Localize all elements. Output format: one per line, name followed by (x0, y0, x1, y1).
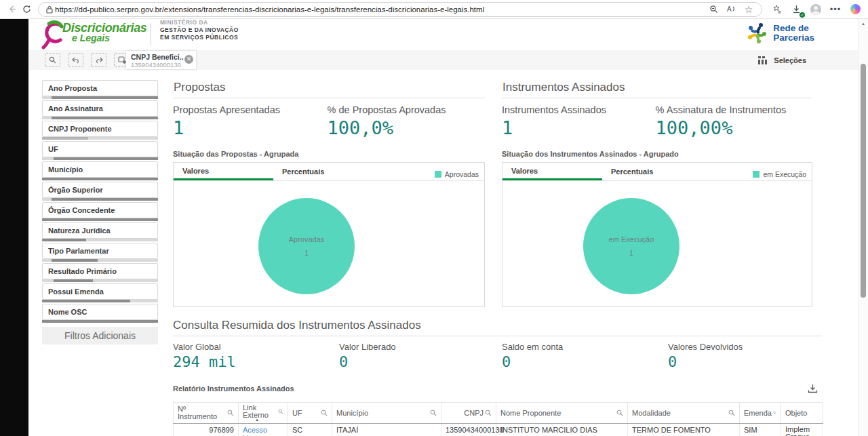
column-search-icon[interactable] (773, 410, 776, 416)
tab-percentuais[interactable]: Percentuais (273, 163, 373, 180)
cell-modalidade[interactable]: TERMO DE FOMENTO (628, 424, 740, 436)
column-search-icon[interactable] (278, 408, 283, 415)
column-header-objeto[interactable]: Objeto (781, 403, 823, 424)
tab-valores[interactable]: Valores (174, 163, 273, 180)
chip-close-icon[interactable]: ✕ (184, 55, 193, 64)
cell-municipio[interactable]: ITAJAÍ (332, 424, 441, 436)
tab-percentuais[interactable]: Percentuais (602, 163, 702, 180)
cell-cnpj[interactable]: 13590434000130 (441, 424, 496, 436)
selections-button[interactable]: Seleções (758, 50, 806, 70)
filter-orgao-superior[interactable]: Órgão Superior (42, 182, 158, 198)
pie-slice-aprovadas[interactable]: Aprovadas 1 (258, 198, 355, 294)
zoom-out-icon[interactable] (706, 2, 721, 17)
kpi-saldo-em-conta[interactable]: Saldo em conta 0 (502, 342, 668, 370)
download-complete-badge: ✓ (800, 12, 805, 18)
kpi-valores-devolvidos[interactable]: Valores Devolvidos 0 (668, 342, 810, 370)
step-forward-icon[interactable] (91, 53, 106, 67)
url-text[interactable]: https://dd-publico.serpro.gov.br/extensi… (55, 5, 701, 14)
column-header-cnpj[interactable]: CNPJ (441, 403, 496, 424)
consulta-section-title: Consulta Resumida dos Instrumentos Assin… (173, 319, 822, 336)
filter-natureza-juridica[interactable]: Natureza Jurídica (42, 222, 158, 239)
page-scrollbar[interactable]: ▲ (858, 19, 868, 436)
column-header-link-externo[interactable]: Link Externo ▲ (239, 403, 288, 424)
scrollbar-up-arrow[interactable]: ▲ (861, 22, 865, 26)
header-divider (151, 23, 151, 45)
kpi-propostas-apresentadas[interactable]: Propostas Apresentadas 1 (173, 104, 328, 138)
kpi-instrumentos-assinados[interactable]: Instrumentos Assinados 1 (502, 104, 656, 138)
column-header-uf[interactable]: UF (288, 403, 332, 424)
filter-uf[interactable]: UF (42, 141, 158, 157)
discricionarias-logo: Discricionárias e Legais (39, 20, 147, 49)
tab-valores[interactable]: Valores (502, 163, 602, 180)
column-header-nome-proponente[interactable]: Nome Proponente (496, 403, 628, 424)
collections-icon[interactable] (769, 2, 784, 17)
column-search-icon[interactable] (616, 410, 623, 416)
filter-cnpj-proponente[interactable]: CNPJ Proponente (42, 121, 158, 137)
column-search-icon[interactable] (485, 410, 492, 416)
legend-color-swatch (753, 171, 760, 178)
column-search-icon[interactable] (728, 410, 735, 416)
profile-avatar[interactable] (808, 2, 823, 17)
refresh-icon[interactable] (19, 2, 34, 17)
filter-resultado-primario[interactable]: Resultado Primário (42, 263, 158, 279)
filter-tipo-parlamentar[interactable]: Tipo Parlamentar (42, 243, 158, 259)
scrollbar-thumb[interactable] (861, 64, 866, 298)
site-lock-icon[interactable] (44, 2, 55, 17)
report-table-title: Relatório Instrumentos Assinados (173, 384, 294, 393)
selection-chip-label: CNPJ Benefici... (131, 53, 184, 61)
column-search-icon[interactable] (227, 410, 234, 416)
filter-nome-osc[interactable]: Nome OSC (42, 304, 158, 320)
rede-de-parcerias-logo: Rede de Parcerias (744, 20, 814, 46)
column-header-emenda[interactable]: Emenda (740, 403, 781, 424)
filter-ano-assinatura[interactable]: Ano Assinatura (42, 100, 158, 117)
kpi-valor-liberado[interactable]: Valor Liberado 0 (339, 342, 502, 370)
column-header-municipio[interactable]: Município (332, 403, 441, 424)
app-header: Discricionárias e Legais MINISTÉRIO DA G… (28, 19, 858, 50)
filter-orgao-concedente[interactable]: Órgão Concedente (42, 202, 158, 218)
cell-n-instrumento[interactable]: 976899 (174, 424, 239, 436)
filter-municipio[interactable]: Município (42, 161, 158, 178)
address-bar[interactable]: https://dd-publico.serpro.gov.br/extensi… (38, 2, 762, 17)
table-row: 976899 Acesso Livre SC ITAJAÍ 1359043400… (174, 424, 823, 436)
cell-uf[interactable]: SC (288, 424, 332, 436)
propostas-section-title: Propostas (173, 70, 485, 98)
legend-item-aprovadas[interactable]: Aprovadas (435, 170, 479, 178)
kpi-pct-propostas-aprovadas[interactable]: % de Propostas Aprovadas 100,0% (328, 104, 485, 138)
filter-label: Nome OSC (48, 308, 87, 316)
report-table: Nº Instrumento Link Externo ▲ UF (173, 402, 823, 436)
filter-label: Órgão Concedente (48, 206, 115, 214)
more-options-icon[interactable]: ••• (828, 2, 843, 17)
cell-objeto[interactable]: Implem Craque (781, 424, 823, 436)
downloads-icon[interactable]: ✓ (789, 2, 804, 17)
filter-possui-emenda[interactable]: Possui Emenda (42, 283, 158, 300)
cell-nome-proponente[interactable]: INSTITUTO MARCILIO DIAS (496, 424, 628, 436)
column-header-modalidade[interactable]: Modalidade (628, 403, 740, 424)
column-search-icon[interactable] (430, 410, 437, 416)
back-icon[interactable] (4, 2, 19, 17)
left-black-panel (0, 19, 28, 436)
filter-label: CNPJ Proponente (48, 125, 112, 133)
cell-link-externo[interactable]: Acesso Livre (239, 424, 288, 436)
selections-button-label: Seleções (774, 56, 806, 64)
column-header-n-instrumento[interactable]: Nº Instrumento (174, 403, 239, 424)
column-search-icon[interactable] (321, 410, 328, 416)
step-back-icon[interactable] (68, 53, 83, 67)
consulta-kpi-row: Valor Global 294 mil Valor Liberado 0 Sa… (173, 336, 822, 370)
cell-emenda[interactable]: SIM (740, 424, 781, 436)
filter-label: Ano Assinatura (48, 104, 103, 113)
kpi-valor-global[interactable]: Valor Global 294 mil (173, 342, 339, 370)
smart-search-icon[interactable] (45, 53, 60, 67)
favorites-star-icon[interactable]: ☆ (741, 2, 756, 17)
filter-scroll-indicator (42, 300, 158, 302)
export-download-icon[interactable] (808, 384, 818, 393)
filter-ano-proposta[interactable]: Ano Proposta (42, 80, 158, 96)
copilot-icon[interactable] (848, 2, 863, 17)
selection-chip-cnpj[interactable]: CNPJ Benefici... 13590434000130 ✕ (126, 51, 196, 69)
propostas-chart-title: Situação das Propostas - Agrupada (173, 150, 485, 158)
pie-slice-em-execucao[interactable]: em Execução 1 (583, 198, 679, 294)
additional-filters-button[interactable]: Filtros Adicionais (42, 327, 158, 344)
legend-item-em-execucao[interactable]: em Execução (753, 170, 806, 178)
read-aloud-icon[interactable]: A (724, 2, 738, 17)
filter-panel: Ano Proposta Ano Assinatura CNPJ Propone… (42, 80, 158, 344)
kpi-pct-assinatura-instrumentos[interactable]: % Assinatura de Instrumentos 100,00% (656, 104, 812, 138)
